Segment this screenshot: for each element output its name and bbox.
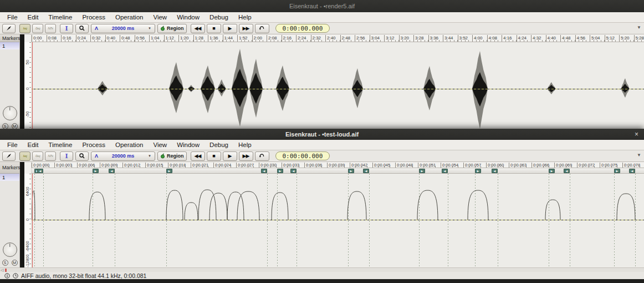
menu-edit[interactable]: Edit (23, 14, 44, 21)
region-start-flag[interactable]: ▶ (348, 169, 354, 173)
region-button[interactable]: Region (157, 151, 187, 161)
region-end-flag[interactable]: ◀ (363, 169, 369, 173)
blend-tool-button-1[interactable]: Ivq (19, 151, 30, 161)
ruler-tick: 0:32 (90, 35, 101, 42)
toolbar-overflow-chevron[interactable]: ▼ (637, 25, 641, 30)
menu-file[interactable]: File (2, 14, 23, 21)
menu-operation[interactable]: Operation (110, 142, 149, 148)
blend-tool-button-2[interactable]: 0vq (32, 151, 43, 161)
ruler-tick: 1:04 (149, 35, 160, 42)
blend-tool-button-3[interactable]: N7x (45, 151, 56, 161)
region-start-flag[interactable]: ▶ (166, 169, 172, 173)
blend-tool-button-2[interactable]: 0vq (32, 24, 43, 33)
menu-window[interactable]: Window (172, 142, 205, 148)
pointer-tool-button[interactable] (2, 151, 16, 161)
menu-view[interactable]: View (148, 142, 172, 148)
marker-list-item[interactable]: 1 (0, 42, 19, 49)
scrollbar-thumb[interactable] (5, 269, 7, 272)
ruler-tick: 4:40 (546, 35, 556, 42)
menu-help[interactable]: Help (233, 142, 257, 148)
waveform-display[interactable] (32, 174, 644, 267)
region-end-flag[interactable]: ◀ (109, 169, 115, 173)
zoom-tool-button[interactable] (75, 24, 89, 33)
forward-button[interactable]: ▶▶ (239, 151, 253, 161)
ruler-tick: 5:04 (590, 35, 600, 42)
menu-window[interactable]: Window (172, 14, 205, 21)
menu-edit[interactable]: Edit (23, 142, 44, 148)
region-start-flag[interactable]: ▶ (549, 169, 555, 173)
region-end-flag[interactable]: ◀ (37, 169, 43, 173)
forward-icon: ▶▶ (243, 26, 249, 31)
gain-knob[interactable] (3, 242, 17, 257)
axis-label: 50 (25, 60, 30, 64)
play-button[interactable]: ▶ (223, 151, 237, 161)
ruler-tick: 0:00.033 (282, 163, 299, 168)
loop-button[interactable] (255, 24, 269, 33)
menu-process[interactable]: Process (77, 14, 110, 21)
menu-view[interactable]: View (148, 14, 172, 21)
region-end-flag[interactable]: ◀ (629, 169, 635, 173)
forward-button[interactable]: ▶▶ (239, 24, 253, 33)
region-start-flag[interactable]: ▶ (419, 169, 425, 173)
marker-list-item[interactable]: 1 (0, 174, 19, 181)
region-end-flag[interactable]: ◀ (564, 169, 570, 173)
window-bottom-edge (0, 279, 644, 283)
rewind-button[interactable]: ◀◀ (191, 24, 205, 33)
titlebar-test-loud[interactable]: Eisenkraut - •test-loud.aif × (0, 129, 644, 140)
ruler-tick: 0:00.036 (304, 163, 322, 168)
region-button[interactable]: Region (157, 24, 187, 33)
markers-panel: Markers 1 S M (0, 34, 20, 131)
region-end-flag[interactable]: ◀ (290, 169, 297, 173)
waveform-svg (32, 174, 644, 267)
ibeam-tool-button[interactable]: I (60, 151, 73, 161)
menu-timeline[interactable]: Timeline (43, 142, 77, 148)
loop-button[interactable] (255, 151, 269, 161)
scroll-left-icon[interactable]: ◁ (1, 268, 3, 272)
stop-button[interactable]: ■ (207, 24, 221, 33)
menu-debug[interactable]: Debug (205, 142, 233, 148)
pointer-icon (6, 26, 12, 31)
menu-operation[interactable]: Operation (110, 14, 149, 21)
pointer-tool-button[interactable] (2, 24, 16, 33)
stop-icon: ■ (212, 153, 214, 159)
blend-tool-button-3[interactable]: N7x (45, 24, 56, 33)
rewind-button[interactable]: ◀◀ (191, 151, 205, 161)
close-icon[interactable]: × (635, 131, 638, 138)
region-start-flag[interactable]: ▶ (614, 169, 620, 173)
blend-glyph-3: N7x (48, 27, 53, 30)
ruler-tick: 0:00.048 (395, 163, 413, 168)
mute-button[interactable]: M (12, 260, 18, 266)
time-display: 0:00:00.000 (275, 151, 330, 160)
region-start-flag[interactable]: ▶ (93, 169, 99, 173)
menu-timeline[interactable]: Timeline (43, 14, 77, 21)
ibeam-tool-button[interactable]: I (60, 24, 73, 33)
region-start-flag[interactable]: ▶ (277, 169, 283, 173)
waveform-display[interactable] (32, 42, 644, 131)
stop-button[interactable]: ■ (207, 151, 221, 161)
time-ruler[interactable]: 0:00.0000:00.0030:00.0060:00.0090:00.012… (32, 162, 644, 168)
timescale-dropdown[interactable]: Λ 20000 ms ▼ (91, 151, 155, 161)
region-end-flag[interactable]: ◀ (492, 169, 498, 173)
blend-glyph-2: 0vq (35, 27, 40, 30)
zoom-tool-button[interactable] (75, 151, 89, 161)
ruler-tick: 0:00.054 (441, 163, 458, 168)
menu-file[interactable]: File (2, 142, 23, 148)
solo-button[interactable]: S (2, 260, 8, 266)
titlebar-render5[interactable]: Eisenkraut - •render5.aif (0, 0, 644, 12)
menu-debug[interactable]: Debug (205, 14, 233, 21)
blend-tool-button-1[interactable]: Ivq (19, 24, 30, 33)
gain-knob[interactable] (3, 106, 17, 120)
region-start-flag[interactable]: ▶ (475, 169, 481, 173)
blend-glyph-2: 0vq (35, 154, 40, 158)
time-ruler[interactable]: 0:000:080:160:240:320:400:480:561:041:12… (32, 34, 644, 42)
toolbar-overflow-chevron[interactable]: ▼ (637, 153, 641, 158)
menu-process[interactable]: Process (77, 142, 110, 148)
region-end-flag[interactable]: ◀ (442, 169, 448, 173)
timescale-dropdown[interactable]: Λ 20000 ms ▼ (91, 24, 155, 33)
horizontal-scrollbar[interactable]: ◁ (0, 267, 644, 272)
play-button[interactable]: ▶ (223, 24, 237, 33)
menu-help[interactable]: Help (233, 14, 257, 21)
ruler-tick: 0:40 (105, 35, 116, 42)
region-end-flag[interactable]: ◀ (261, 169, 267, 173)
timescale-value: 20000 ms (100, 26, 146, 31)
